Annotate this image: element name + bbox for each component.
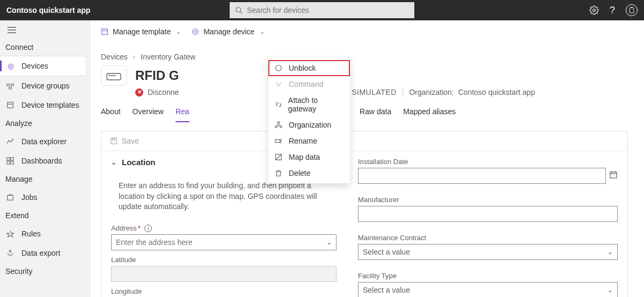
delete-icon [275,169,283,177]
menu-item-label: Command [289,80,324,88]
app-title: Contoso quickstart app [6,6,90,14]
chevron-down-icon: ⌄ [260,28,265,35]
svg-rect-38 [112,138,115,140]
save-button[interactable]: Save [122,137,139,145]
manufacturer-label: Manufacturer [358,196,618,204]
menu-item-rename[interactable]: Rename [268,133,350,149]
svg-rect-16 [8,196,13,201]
menu-item-command: Command [268,76,350,92]
svg-rect-35 [107,73,121,80]
svg-line-27 [279,125,281,126]
menu-item-label: Unblock [289,64,316,72]
command-icon [275,80,283,88]
chevron-down-icon: ⌄ [608,286,613,294]
nav-section-extend: Extend [0,207,90,224]
svg-point-0 [236,8,241,12]
devices-icon: ◎ [6,62,15,70]
tab-overview[interactable]: Overview [133,107,164,122]
rules-icon [6,230,15,237]
latitude-label: Latitude [111,256,336,264]
svg-rect-10 [8,102,13,108]
sidebar-item-data-export[interactable]: Data export [0,243,90,263]
sidebar-item-device-templates[interactable]: Device templates [0,95,90,115]
svg-line-26 [276,125,279,126]
org-label: Organization: [409,88,453,96]
svg-rect-9 [9,87,11,90]
address-input[interactable]: ⌄ [111,234,336,250]
nav-section-analyze: Analyze [0,115,90,132]
chevron-down-icon: ⌄ [176,28,181,35]
sidebar-item-label: Device groups [21,81,70,90]
sidebar-item-devices[interactable]: ◎ Devices [0,56,85,76]
svg-line-31 [276,154,282,160]
latitude-input[interactable] [111,266,336,282]
longitude-label: Longitude [111,287,336,295]
sidebar-item-rules[interactable]: Rules [0,224,90,243]
cmd-label: Manage device [203,27,254,36]
svg-rect-3 [630,8,634,13]
jobs-icon [6,194,15,201]
sidebar-item-data-explorer[interactable]: Data explorer [0,132,90,151]
chevron-down-icon: ⌄ [326,239,332,246]
tab-about[interactable]: About [101,107,121,122]
breadcrumb-child[interactable]: Inventory Gatew [141,53,195,61]
form-panel: Save ⌄ Location Enter an address to find… [101,131,628,297]
select-placeholder: Select a value [363,248,410,256]
svg-rect-14 [7,161,10,164]
dashboards-icon [6,157,15,165]
tab-raw-data[interactable]: Raw data [360,107,391,122]
search-input[interactable] [247,6,409,14]
svg-point-19 [193,29,199,35]
nav-section-connect: Connect [0,39,90,56]
manage-device-menu: Unblock Command Attach to gateway Organi… [268,58,350,183]
sidebar-item-dashboards[interactable]: Dashboards [0,151,90,170]
chevron-down-icon: ⌄ [608,248,613,256]
tab-mapped-aliases[interactable]: Mapped aliases [403,107,456,122]
facility-type-select[interactable]: Select a value ⌄ [358,282,618,297]
menu-item-unblock[interactable]: Unblock [268,60,350,76]
svg-rect-7 [7,84,9,86]
device-name: RFID G [135,68,179,83]
manage-device-button[interactable]: Manage device ⌄ [192,27,265,36]
menu-item-delete[interactable]: Delete [268,165,350,181]
main: Manage template ⌄ Manage device ⌄ Unbloc… [90,20,644,297]
menu-item-map-data[interactable]: Map data [268,149,350,165]
unblock-icon [275,64,283,72]
facility-type-label: Facility Type [358,272,618,280]
svg-rect-28 [275,139,280,142]
cmd-label: Manage template [113,27,171,36]
calendar-icon[interactable] [606,170,618,179]
breadcrumb: Devices › Inventory Gatew [90,39,644,61]
menu-item-organization[interactable]: Organization [268,117,350,133]
sidebar-item-label: Jobs [21,193,38,202]
svg-rect-39 [610,172,617,178]
sidebar-item-device-groups[interactable]: Device groups [0,76,90,95]
info-icon[interactable]: i [144,225,152,232]
menu-item-label: Attach to gateway [288,96,343,113]
svg-point-23 [275,126,277,128]
sidebar-item-jobs[interactable]: Jobs [0,188,90,207]
tab-rea[interactable]: Rea [175,107,189,122]
help-icon[interactable]: ? [610,5,615,16]
svg-point-22 [277,122,280,124]
svg-rect-32 [277,172,281,176]
install-date-input[interactable] [358,168,606,184]
hamburger-icon[interactable] [0,27,90,39]
maint-contract-select[interactable]: Select a value ⌄ [358,244,618,260]
org-value: Contoso quickstart app [458,88,535,96]
manage-template-button[interactable]: Manage template ⌄ [101,27,181,36]
menu-item-label: Rename [289,137,317,145]
menu-item-attach-gateway[interactable]: Attach to gateway [268,92,350,117]
svg-point-20 [194,31,196,33]
settings-icon[interactable] [589,5,599,15]
template-icon [101,28,108,35]
command-bar: Manage template ⌄ Manage device ⌄ [90,20,644,39]
feedback-icon[interactable] [626,4,638,16]
sidebar-item-label: Dashboards [21,157,62,165]
maint-contract-label: Maintenance Contract [358,234,618,242]
manufacturer-input[interactable] [358,206,618,222]
global-search[interactable] [230,2,414,18]
breadcrumb-root[interactable]: Devices [101,53,128,61]
sidebar: Connect ◎ Devices Device groups Device t… [0,20,90,297]
nav-section-security: Security [0,263,90,280]
